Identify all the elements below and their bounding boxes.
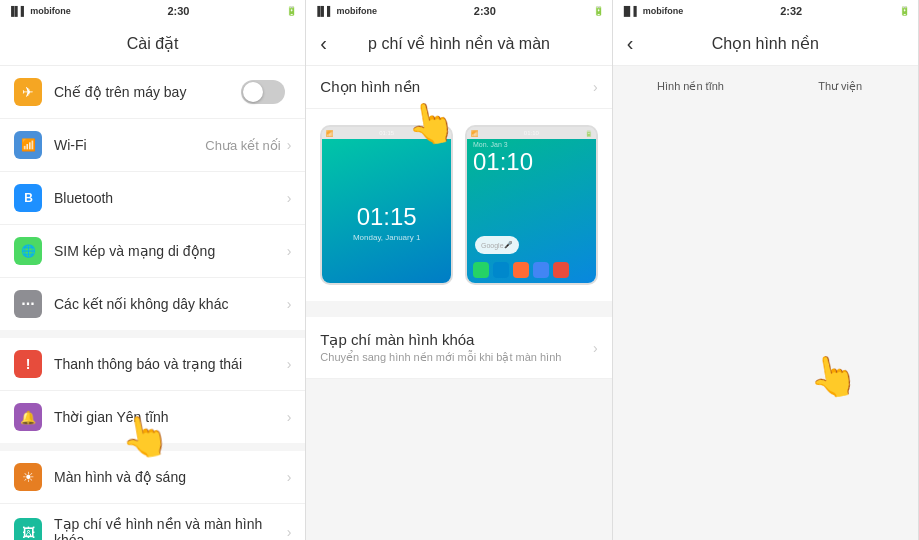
battery-icon-1: 🔋 [286, 6, 297, 16]
wallpaper-previews: 📶 01:15 🔋 01:15 Monday, January 1 📶 01:1… [306, 109, 611, 301]
home-app-icons [467, 258, 575, 282]
notify-label: Thanh thông báo và trạng thái [54, 356, 287, 372]
sim-item[interactable]: 🌐 SIM kép và mạng di động › [0, 225, 305, 278]
notification-section: ! Thanh thông báo và trạng thái › 🔔 Thời… [0, 338, 305, 443]
wallpaper-settings-title: p chí về hình nền và màn [368, 34, 550, 53]
top-bar-wallpaper: ‹ p chí về hình nền và màn [306, 22, 611, 66]
wifi-value: Chưa kết nối [205, 138, 280, 153]
choose-wallpaper-arrow: › [593, 79, 598, 95]
home-search: Google 🎤 [475, 236, 519, 254]
static-wallpaper-container[interactable]: Hình nền tĩnh [621, 76, 761, 95]
wifi-label: Wi-Fi [54, 137, 205, 153]
battery-icon-3: 🔋 [899, 6, 910, 16]
screen-label: Màn hình và độ sáng [54, 469, 287, 485]
home-time: 01:10 [467, 148, 539, 176]
other-icon: ··· [14, 290, 42, 318]
screen-item[interactable]: ☀ Màn hình và độ sáng › [0, 451, 305, 504]
homescreen-preview: 📶 01:10 🔋 Mon. Jan 3 01:10 Google 🎤 [465, 125, 598, 285]
connectivity-section: ✈ Chế độ trên máy bay 📶 Wi-Fi Chưa kết n… [0, 66, 305, 330]
time-2: 2:30 [474, 5, 496, 17]
lock-phone-status: 📶 01:15 🔋 [322, 127, 451, 139]
bluetooth-icon: B [14, 184, 42, 212]
status-left-3: ▐▌▌ mobifone [621, 6, 684, 16]
quiet-icon: 🔔 [14, 403, 42, 431]
home-phone-status: 📶 01:10 🔋 [467, 127, 596, 139]
sim-label: SIM kép và mạng di động [54, 243, 287, 259]
other-arrow: › [287, 296, 292, 312]
time-3: 2:32 [780, 5, 802, 17]
wallpaper-row: Hình nền tĩnh Thư viện [621, 76, 910, 95]
wifi-icon: 📶 [14, 131, 42, 159]
quiet-time-item[interactable]: 🔔 Thời gian Yên tĩnh › [0, 391, 305, 443]
wallpaper-content: Chọn hình nền › 📶 01:15 🔋 01:15 Monday, … [306, 66, 611, 540]
top-bar-choose: ‹ Chọn hình nền [613, 22, 918, 66]
wallpaper-item[interactable]: 🖼 Tạp chí về hình nền và màn hình khóa › [0, 504, 305, 540]
bluetooth-item[interactable]: B Bluetooth › [0, 172, 305, 225]
carrier-2: mobifone [336, 6, 377, 16]
status-left-2: ▐▌▌ mobifone [314, 6, 377, 16]
library-wallpaper-container[interactable]: Thư viện [770, 76, 910, 95]
section-divider-2 [306, 309, 611, 317]
display-section: ☀ Màn hình và độ sáng › 🖼 Tạp chí về hìn… [0, 451, 305, 540]
notify-item[interactable]: ! Thanh thông báo và trạng thái › [0, 338, 305, 391]
airplane-toggle[interactable] [241, 80, 285, 104]
notify-arrow: › [287, 356, 292, 372]
other-label: Các kết nối không dây khác [54, 296, 287, 312]
signal-icon-3: ▐▌▌ [621, 6, 640, 16]
magazine-label: Tạp chí màn hình khóa [320, 331, 561, 349]
magazine-row[interactable]: Tạp chí màn hình khóa Chuyển sang hình n… [306, 317, 611, 379]
notify-icon: ! [14, 350, 42, 378]
library-wallpaper-label: Thư viện [770, 76, 910, 95]
home-date: Mon. Jan 3 [467, 139, 514, 148]
battery-icon-2: 🔋 [593, 6, 604, 16]
sim-arrow: › [287, 243, 292, 259]
status-right-1: 🔋 [286, 6, 297, 16]
lock-date: Monday, January 1 [353, 233, 420, 242]
app-icon-1 [473, 262, 489, 278]
magazine-arrow: › [593, 340, 598, 356]
status-left-1: ▐▌▌ mobifone [8, 6, 71, 16]
status-right-3: 🔋 [899, 6, 910, 16]
choose-wallpaper-row[interactable]: Chọn hình nền › [306, 66, 611, 109]
back-button-2[interactable]: ‹ [320, 32, 327, 55]
carrier-3: mobifone [643, 6, 684, 16]
bluetooth-label: Bluetooth [54, 190, 287, 206]
quiet-label: Thời gian Yên tĩnh [54, 409, 287, 425]
signal-icon-2: ▐▌▌ [314, 6, 333, 16]
choose-wallpaper-panel: ▐▌▌ mobifone 2:32 🔋 ‹ Chọn hình nền Hình… [613, 0, 919, 540]
airplane-label: Chế độ trên máy bay [54, 84, 241, 100]
choose-wallpaper-label: Chọn hình nền [320, 78, 593, 96]
app-icon-4 [533, 262, 549, 278]
other-connections-item[interactable]: ··· Các kết nối không dây khác › [0, 278, 305, 330]
lock-time: 01:15 [357, 203, 417, 231]
screen-arrow: › [287, 469, 292, 485]
wallpaper-grid-area: Hình nền tĩnh Thư viện [613, 66, 918, 540]
wifi-item[interactable]: 📶 Wi-Fi Chưa kết nối › [0, 119, 305, 172]
screen-icon: ☀ [14, 463, 42, 491]
status-bar-2: ▐▌▌ mobifone 2:30 🔋 [306, 0, 611, 22]
time-1: 2:30 [167, 5, 189, 17]
carrier-1: mobifone [30, 6, 71, 16]
wallpaper-icon: 🖼 [14, 518, 42, 540]
settings-title: Cài đặt [127, 34, 179, 53]
status-right-2: 🔋 [593, 6, 604, 16]
quiet-arrow: › [287, 409, 292, 425]
app-icon-3 [513, 262, 529, 278]
airplane-mode-item[interactable]: ✈ Chế độ trên máy bay [0, 66, 305, 119]
wifi-arrow: › [287, 137, 292, 153]
wallpaper-arrow: › [287, 524, 292, 540]
signal-icon-1: ▐▌▌ [8, 6, 27, 16]
bluetooth-arrow: › [287, 190, 292, 206]
wallpaper-label: Tạp chí về hình nền và màn hình khóa [54, 516, 287, 540]
wallpaper-settings-panel: ▐▌▌ mobifone 2:30 🔋 ‹ p chí về hình nền … [306, 0, 612, 540]
choose-wallpaper-title: Chọn hình nền [712, 34, 819, 53]
static-wallpaper-label: Hình nền tĩnh [621, 76, 761, 95]
status-bar-3: ▐▌▌ mobifone 2:32 🔋 [613, 0, 918, 22]
settings-list: ✈ Chế độ trên máy bay 📶 Wi-Fi Chưa kết n… [0, 66, 305, 540]
top-bar-settings: Cài đặt [0, 22, 305, 66]
status-bar-1: ▐▌▌ mobifone 2:30 🔋 [0, 0, 305, 22]
home-screen: Mon. Jan 3 01:10 Google 🎤 [467, 139, 596, 285]
lock-screen: 01:15 Monday, January 1 [322, 139, 451, 285]
back-button-3[interactable]: ‹ [627, 32, 634, 55]
lockscreen-preview: 📶 01:15 🔋 01:15 Monday, January 1 [320, 125, 453, 285]
